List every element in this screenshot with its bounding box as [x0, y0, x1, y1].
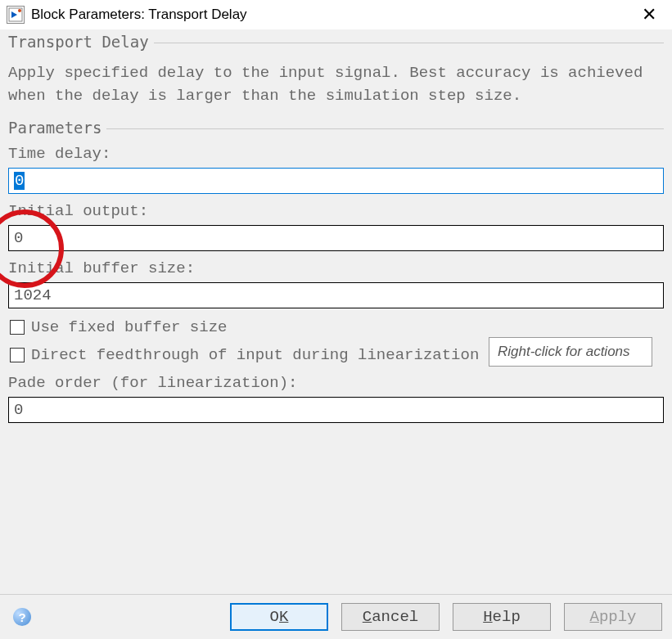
initial-output-label: Initial output:	[8, 202, 664, 220]
cancel-button-text-post: ancel	[372, 608, 418, 626]
apply-button-text-post: pply	[599, 608, 637, 626]
group-parameters: Parameters	[8, 119, 664, 137]
ok-button[interactable]: OK	[230, 603, 328, 631]
group-transport-delay: Transport Delay	[8, 33, 664, 51]
titlebar: Block Parameters: Transport Delay ✕	[0, 0, 672, 29]
time-delay-value: 0	[14, 172, 25, 190]
cancel-button[interactable]: Cancel	[341, 603, 440, 631]
checkbox-icon	[10, 348, 25, 362]
time-delay-label: Time delay:	[8, 145, 664, 163]
ok-button-text-pre: O	[270, 608, 279, 626]
ok-button-text-u: K	[279, 608, 288, 626]
help-button[interactable]: Help	[453, 603, 551, 631]
help-icon[interactable]: ?	[13, 608, 31, 626]
close-button[interactable]: ✕	[633, 4, 665, 25]
group-label-transport-delay: Transport Delay	[8, 33, 154, 51]
initial-buffer-value: 1024	[14, 286, 52, 304]
time-delay-input[interactable]: 0	[8, 168, 664, 194]
cancel-button-text-u: C	[363, 608, 372, 626]
block-description: Apply specified delay to the input signa…	[8, 56, 664, 119]
checkbox-icon	[10, 320, 25, 335]
svg-point-2	[18, 9, 21, 12]
initial-output-value: 0	[14, 229, 23, 247]
use-fixed-buffer-label: Use fixed buffer size	[31, 318, 227, 336]
initial-buffer-input[interactable]: 1024	[8, 282, 664, 308]
apply-button[interactable]: Apply	[564, 603, 662, 631]
window-title: Block Parameters: Transport Delay	[31, 7, 633, 23]
dialog-window: Block Parameters: Transport Delay ✕ Tran…	[0, 0, 672, 639]
help-button-text-u: H	[483, 608, 492, 626]
group-label-parameters: Parameters	[8, 119, 106, 137]
pade-order-input[interactable]: 0	[8, 397, 664, 423]
direct-feedthrough-label: Direct feedthrough of input during linea…	[31, 346, 479, 364]
initial-buffer-label: Initial buffer size:	[8, 259, 664, 277]
apply-button-text-u: A	[589, 608, 598, 626]
button-bar: ? OK Cancel Help Apply	[0, 594, 672, 639]
help-button-text-post: elp	[493, 608, 521, 626]
use-fixed-buffer-checkbox[interactable]: Use fixed buffer size	[8, 318, 664, 336]
pade-order-value: 0	[14, 401, 23, 419]
pade-order-label: Pade order (for linearization):	[8, 374, 664, 392]
initial-output-input[interactable]: 0	[8, 225, 664, 251]
context-tooltip: Right-click for actions	[489, 337, 652, 367]
app-icon	[7, 6, 25, 24]
